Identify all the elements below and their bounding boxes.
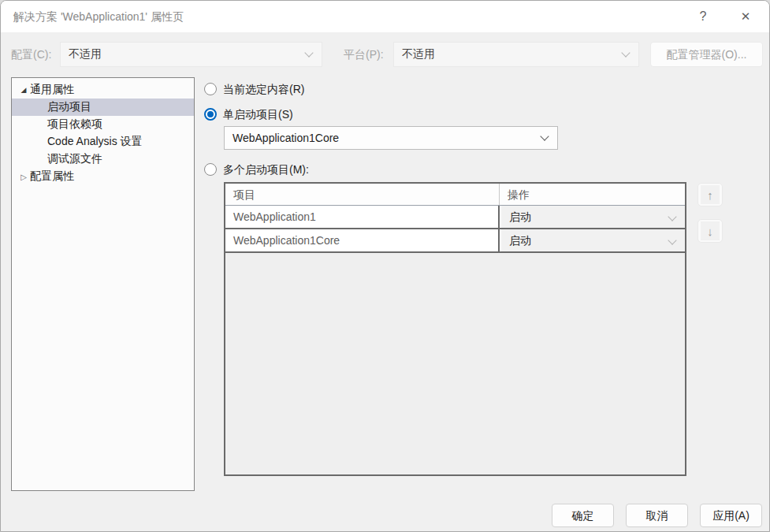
project-name-cell[interactable]: WebApplication1Core <box>225 229 500 251</box>
tree-expanded-icon[interactable]: ◢ <box>17 86 30 94</box>
table-row: WebApplication1 启动 <box>225 206 685 229</box>
chevron-down-icon <box>668 236 676 244</box>
table-row: WebApplication1Core 启动 <box>225 229 685 253</box>
chevron-down-icon <box>540 132 549 140</box>
property-tree: ◢ 通用属性 启动项目 项目依赖项 Code Analysis 设置 调试源文件… <box>11 77 195 491</box>
action-dropdown[interactable]: 启动 <box>500 229 685 251</box>
radio-single-startup-project-label[interactable]: 单启动项目(S) <box>223 108 293 122</box>
apply-button[interactable]: 应用(A) <box>700 504 762 527</box>
solution-property-pages-dialog: 解决方案 'WebApplication1' 属性页 ? ✕ 配置(C): 不适… <box>0 0 770 532</box>
dialog-title: 解决方案 'WebApplication1' 属性页 <box>13 1 184 32</box>
radio-current-selection-label[interactable]: 当前选定内容(R) <box>223 83 304 97</box>
platform-dropdown[interactable]: 不适用 <box>393 42 639 67</box>
single-startup-project-value: WebApplication1Core <box>232 132 339 144</box>
project-name-cell[interactable]: WebApplication1 <box>225 206 500 228</box>
cancel-button[interactable]: 取消 <box>626 504 688 527</box>
tree-item-startup-project[interactable]: 启动项目 <box>12 99 194 116</box>
chevron-down-icon <box>668 212 676 221</box>
radio-multiple-startup-projects[interactable] <box>204 163 217 176</box>
tree-collapsed-icon[interactable]: ▷ <box>17 173 30 181</box>
move-up-button[interactable]: ↑ <box>697 183 723 206</box>
startup-projects-table: 项目 操作 WebApplication1 启动 WebApplication1… <box>224 182 686 476</box>
radio-multiple-startup-projects-label[interactable]: 多个启动项目(M): <box>223 163 309 177</box>
tree-item-label: 调试源文件 <box>47 152 102 166</box>
move-down-button[interactable]: ↓ <box>697 219 723 243</box>
ok-button[interactable]: 确定 <box>552 504 614 527</box>
radio-single-startup-project[interactable] <box>204 108 217 121</box>
tree-item-code-analysis-settings[interactable]: Code Analysis 设置 <box>12 133 194 151</box>
configuration-label: 配置(C): <box>11 48 51 62</box>
action-value: 启动 <box>509 210 531 223</box>
tree-item-project-dependencies[interactable]: 项目依赖项 <box>12 116 194 133</box>
chevron-down-icon <box>304 48 313 57</box>
down-arrow-icon: ↓ <box>701 221 720 240</box>
tree-item-label: 配置属性 <box>30 169 74 184</box>
configuration-value: 不适用 <box>69 47 102 61</box>
configuration-manager-button[interactable]: 配置管理器(O)... <box>650 42 763 67</box>
up-arrow-icon: ↑ <box>701 185 720 204</box>
tree-item-debug-source-files[interactable]: 调试源文件 <box>12 151 194 168</box>
help-icon[interactable]: ? <box>687 1 719 32</box>
title-bar: 解决方案 'WebApplication1' 属性页 ? ✕ <box>1 1 769 32</box>
radio-current-selection[interactable] <box>204 83 217 95</box>
tree-item-label: 项目依赖项 <box>47 117 102 132</box>
action-value: 启动 <box>509 234 531 247</box>
tree-item-common-properties[interactable]: ◢ 通用属性 <box>12 81 194 99</box>
configuration-dropdown[interactable]: 不适用 <box>60 42 322 67</box>
tree-item-label: Code Analysis 设置 <box>47 135 143 149</box>
chevron-down-icon <box>621 48 630 57</box>
action-dropdown[interactable]: 启动 <box>500 206 685 228</box>
tree-item-configuration-properties[interactable]: ▷ 配置属性 <box>12 168 194 185</box>
platform-label: 平台(P): <box>344 48 384 62</box>
table-header-row: 项目 操作 <box>225 184 685 206</box>
column-header-action: 操作 <box>500 184 685 205</box>
tree-item-label: 通用属性 <box>30 83 74 97</box>
column-header-project: 项目 <box>225 184 500 205</box>
platform-value: 不适用 <box>402 47 435 61</box>
single-startup-project-dropdown[interactable]: WebApplication1Core <box>224 126 558 150</box>
tree-item-label: 启动项目 <box>47 100 91 114</box>
close-icon[interactable]: ✕ <box>730 1 761 32</box>
